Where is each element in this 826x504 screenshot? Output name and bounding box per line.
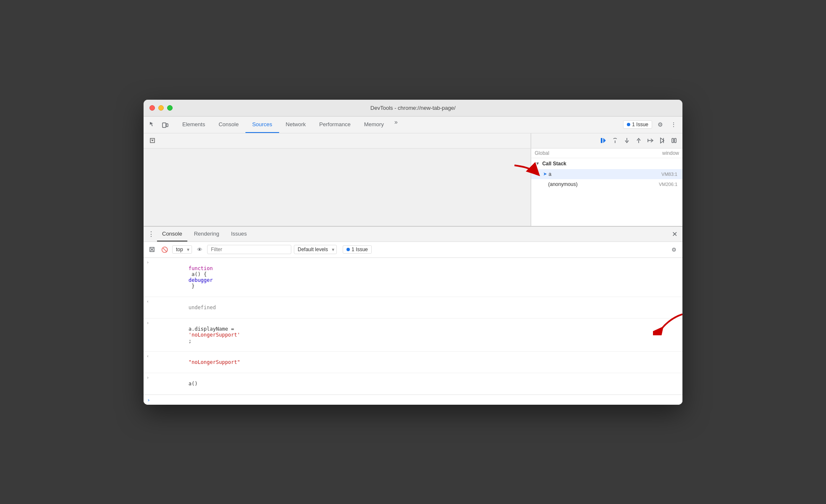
console-code-4: "noLongerSupport"	[152, 353, 679, 371]
deactivate-breakpoints-button[interactable]	[657, 135, 667, 146]
console-code-3: a.displayName = 'noLongerSupport' ;	[152, 320, 679, 350]
step-button[interactable]	[645, 135, 655, 146]
console-settings-icon[interactable]: ⚙	[669, 244, 679, 255]
sources-expand-icon[interactable]	[147, 135, 158, 146]
devtools-window: DevTools - chrome://new-tab-page/ Elemen…	[144, 100, 682, 405]
settings-icon[interactable]: ⚙	[655, 119, 666, 130]
expand-arrow-1[interactable]: ›	[144, 260, 152, 265]
step-into-button[interactable]	[622, 135, 632, 146]
context-select[interactable]: top	[172, 245, 192, 254]
console-line-5: › a()	[144, 373, 682, 395]
tab-console[interactable]: Console	[212, 117, 245, 133]
minimize-button[interactable]	[158, 105, 164, 111]
prev-frame-value: window	[662, 150, 679, 156]
inspect-element-icon[interactable]	[147, 119, 158, 130]
sources-content	[144, 149, 530, 226]
console-tab-console[interactable]: Console	[157, 227, 187, 241]
filter-input[interactable]	[207, 245, 291, 254]
more-options-icon[interactable]: ⋮	[668, 119, 679, 130]
value-undefined: undefined	[189, 305, 216, 310]
eye-icon[interactable]: 👁	[195, 244, 205, 255]
svg-marker-3	[151, 140, 154, 141]
call-stack-title: Call Stack	[542, 161, 566, 167]
frame-a-location: VM83:1	[661, 172, 677, 177]
resume-button[interactable]	[598, 135, 608, 146]
expand-arrow-3[interactable]: ›	[144, 320, 152, 325]
code-string-value: 'noLongerSupport'	[189, 332, 240, 338]
issue-count-label: 1 Issue	[632, 122, 648, 127]
svg-rect-12	[672, 138, 674, 143]
console-prompt: ›	[147, 397, 150, 403]
console-input-line: ›	[144, 395, 682, 405]
value-no-longer-support: "noLongerSupport"	[189, 359, 240, 365]
tab-sources[interactable]: Sources	[245, 117, 279, 133]
console-tab-bar: ⋮ Console Rendering Issues ✕	[144, 227, 682, 242]
issue-badge[interactable]: 1 Issue	[623, 120, 652, 129]
svg-rect-13	[674, 138, 676, 143]
code-close-brace: }	[189, 283, 195, 289]
tab-bar: Elements Console Sources Network Perform…	[176, 117, 402, 133]
keyword-debugger: debugger	[189, 277, 213, 283]
tab-performance[interactable]: Performance	[312, 117, 357, 133]
console-code-5: a()	[152, 375, 679, 393]
console-more-icon[interactable]: ⋮	[147, 230, 155, 238]
prev-frame-label: Global	[535, 150, 549, 156]
svg-marker-5	[603, 138, 606, 143]
devtools-body: Elements Console Sources Network Perform…	[144, 117, 682, 405]
console-code-1: function a() { debugger }	[152, 260, 679, 295]
frame-anon-name: (anonymous)	[548, 181, 578, 187]
sources-panel	[144, 133, 531, 226]
output-arrow-4: ‹	[144, 353, 152, 358]
main-content: Global window ▼ Call Stack ➤ a VM83:1	[144, 133, 682, 226]
maximize-button[interactable]	[167, 105, 173, 111]
output-arrow-2: ‹	[144, 299, 152, 304]
tab-memory[interactable]: Memory	[357, 117, 391, 133]
call-stack-frame-a[interactable]: ➤ a VM83:1	[531, 169, 682, 179]
console-close-button[interactable]: ✕	[670, 230, 679, 238]
svg-rect-4	[601, 138, 602, 143]
debugger-panel: Global window ▼ Call Stack ➤ a VM83:1	[531, 133, 682, 226]
tab-network[interactable]: Network	[279, 117, 313, 133]
more-tabs-button[interactable]: »	[391, 117, 402, 127]
window-title: DevTools - chrome://new-tab-page/	[370, 105, 456, 111]
code-a-func: a() {	[189, 271, 210, 277]
current-frame-arrow-icon: ➤	[543, 171, 547, 177]
titlebar: DevTools - chrome://new-tab-page/	[144, 100, 682, 117]
console-content: › function a() { debugger } ‹ undefined	[144, 258, 682, 405]
svg-rect-0	[163, 123, 166, 127]
tab-elements[interactable]: Elements	[176, 117, 212, 133]
debugger-toolbar	[531, 133, 682, 149]
console-line-3: › a.displayName = 'noLongerSupport' ;	[144, 318, 682, 352]
console-tab-issues[interactable]: Issues	[226, 227, 252, 241]
console-line-1: › function a() { debugger }	[144, 258, 682, 297]
issue-dot-icon	[627, 123, 630, 126]
keyword-function: function	[189, 265, 213, 271]
step-out-button[interactable]	[634, 135, 644, 146]
top-toolbar: Elements Console Sources Network Perform…	[144, 117, 682, 133]
code-semicolon: ;	[189, 338, 192, 344]
traffic-lights	[149, 105, 173, 111]
toolbar-right: 1 Issue ⚙ ⋮	[623, 119, 679, 130]
close-button[interactable]	[149, 105, 155, 111]
call-stack-header[interactable]: ▼ Call Stack	[531, 158, 682, 169]
console-issue-label: 1 Issue	[352, 247, 368, 252]
frame-a-name: a	[549, 171, 552, 177]
pause-on-exceptions-button[interactable]	[669, 135, 679, 146]
console-section: ⋮ Console Rendering Issues ✕ 🚫	[144, 226, 682, 405]
sources-toolbar	[144, 133, 530, 149]
console-tab-rendering[interactable]: Rendering	[189, 227, 224, 241]
console-code-2: undefined	[152, 299, 679, 316]
code-displayname: a.displayName =	[189, 326, 237, 332]
call-stack-frame-anon[interactable]: (anonymous) VM206:1	[531, 179, 682, 189]
call-stack-prev-frame: Global window	[531, 149, 682, 158]
console-line-2: ‹ undefined	[144, 297, 682, 318]
step-over-button[interactable]	[610, 135, 620, 146]
device-toggle-icon[interactable]	[160, 119, 171, 130]
frame-anon-location: VM206:1	[659, 182, 677, 187]
svg-rect-1	[166, 124, 168, 127]
expand-arrow-5[interactable]: ›	[144, 375, 152, 380]
console-issue-badge[interactable]: 1 Issue	[343, 245, 372, 254]
console-ban-icon[interactable]: 🚫	[160, 244, 170, 255]
default-levels-button[interactable]: Default levels	[294, 245, 337, 254]
console-clear-icon[interactable]	[147, 244, 157, 255]
